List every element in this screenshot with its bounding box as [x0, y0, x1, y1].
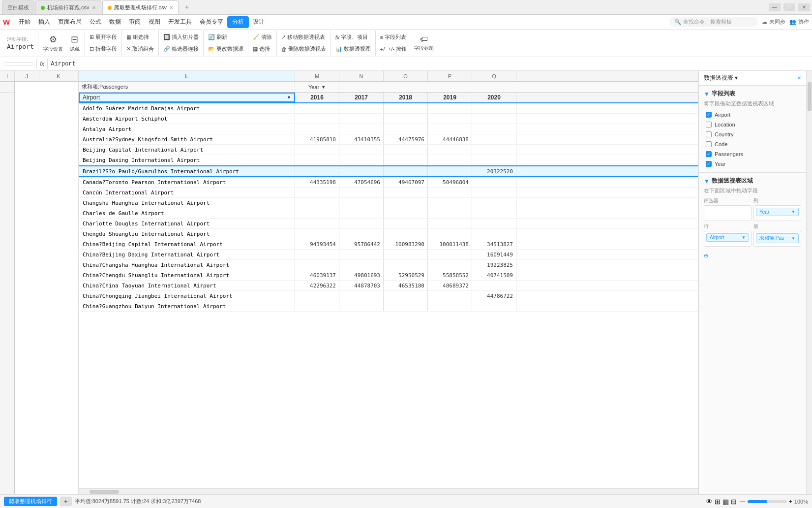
year-tag[interactable]: Year ▼ [756, 208, 799, 216]
data-cell [295, 291, 339, 301]
field-header-button[interactable]: 🏷 字段标题 [411, 32, 437, 55]
win-minimize-button[interactable]: — [769, 3, 781, 11]
menu-vip[interactable]: 会员专享 [196, 15, 227, 30]
pivot-table-row[interactable]: Australia?Sydney Kingsford-Smith Airport… [79, 134, 698, 145]
pivot-table-row[interactable]: China?Beijing Daxing International Airpo… [79, 250, 698, 260]
menu-insert[interactable]: 插入 [34, 15, 54, 30]
zoom-in-button[interactable]: + [789, 498, 792, 505]
tab-label: 空白模板 [7, 4, 29, 11]
filter-connect-button[interactable]: 🔗 筛选器连接 [161, 44, 201, 55]
insert-slicer-button[interactable]: 🔲 插入切片器 [161, 32, 201, 43]
sum-tag[interactable]: 求和项:Pas ▼ [756, 233, 799, 243]
add-sheet-button[interactable]: + [60, 497, 72, 506]
col-header-j: J [15, 71, 39, 81]
panel-collapse-btn[interactable]: ✕ [797, 75, 801, 81]
field-item-passengers[interactable]: ✓ Passengers [704, 150, 801, 159]
h-scrollbar[interactable] [79, 488, 698, 494]
data-cell [428, 291, 472, 301]
zoom-slider[interactable] [748, 500, 787, 503]
data-cell: 43410355 [339, 134, 384, 144]
view-eye-icon[interactable]: 👁 [706, 498, 713, 506]
airport-cell: China?Chongqing Jiangbei International A… [79, 291, 295, 301]
tab-close-icon[interactable]: ✕ [169, 5, 173, 10]
pivot-table-row[interactable]: Changsha Huanghua International Airport [79, 198, 698, 208]
pivot-table-row[interactable]: Amsterdam Airport Schiphol [79, 114, 698, 124]
pivot-table-row[interactable]: Canada?Toronto Pearson International Air… [79, 177, 698, 188]
active-sheet-tab[interactable]: 爬取整理机场排行 [4, 497, 57, 506]
select-button[interactable]: ▦ 选择 [250, 44, 274, 55]
formula-input[interactable]: Airport [51, 61, 808, 67]
menu-design[interactable]: 设计 [249, 15, 269, 30]
plus-minus-button[interactable]: +/- +/- 按钮 [378, 44, 409, 55]
expand-field-button[interactable]: ⊞ 展开字段 [87, 32, 120, 43]
data-cell [339, 260, 384, 270]
menu-data[interactable]: 数据 [105, 15, 125, 30]
pivot-table-row[interactable]: China?Chongqing Jiangbei International A… [79, 291, 698, 301]
view-table-icon[interactable]: ▦ [722, 498, 729, 506]
move-pivot-button[interactable]: ↗ 移动数据透视表 [279, 32, 329, 43]
pivot-table-row[interactable]: Beijing Daxing International Airport [79, 155, 698, 165]
airport-filter-icon[interactable]: ▼ [287, 95, 291, 100]
pivot-table-row[interactable]: China?China Taoyuan International Airpor… [79, 281, 698, 291]
pivot-table-row[interactable]: China?Beijing Capital International Airp… [79, 239, 698, 250]
field-items: ✓ Airport Location Country Code [704, 110, 801, 168]
pivot-table-row[interactable]: Beijing Capital International Airport [79, 145, 698, 155]
pivot-table-row[interactable]: China?Guangzhou Baiyun International Air… [79, 301, 698, 312]
zoom-out-button[interactable]: — [740, 498, 746, 505]
menu-formula[interactable]: 公式 [86, 15, 105, 30]
pivot-table-row[interactable]: China?Chengdu Shuangliu International Ai… [79, 270, 698, 281]
search-bar[interactable]: 🔍 查找命令、搜索模板 [669, 17, 758, 27]
change-source-button[interactable]: 📂 更改数据源 [206, 44, 246, 55]
cell-ref-box[interactable] [4, 63, 33, 65]
menu-dev-tools[interactable]: 开发工具 [164, 15, 196, 30]
delete-pivot-button[interactable]: 🗑 删除数据透视表 [279, 44, 329, 55]
fx-label: 字段、项目 [341, 33, 368, 41]
tab-airport-sorted[interactable]: 爬取整理机场排行.csv ✕ [102, 0, 179, 14]
field-list-label: 字段列表 [385, 33, 406, 41]
menu-page-layout[interactable]: 页面布局 [54, 15, 86, 30]
menu-analyze[interactable]: 分析 [227, 16, 249, 28]
field-item-code[interactable]: Code [704, 140, 801, 149]
pivot-table-row[interactable]: Charles de Gaulle Airport [79, 208, 698, 219]
pivot-table-row[interactable]: Charlotte Douglas International Airport [79, 219, 698, 229]
field-item-location[interactable]: Location [704, 120, 801, 129]
airport-row-tag[interactable]: Airport ▼ [706, 233, 749, 242]
field-item-year[interactable]: ✓ Year [704, 159, 801, 168]
view-grid-icon[interactable]: ⊞ [715, 498, 721, 506]
add-field-to-area[interactable]: ⊕ [699, 251, 806, 261]
view-minus-icon[interactable]: ⊟ [731, 498, 737, 506]
field-item-airport[interactable]: ✓ Airport [704, 110, 801, 119]
fx-button[interactable]: fx 字段、项目 [333, 32, 373, 43]
pivot-table-row[interactable]: China?Changsha Huanghua International Ai… [79, 260, 698, 270]
tab-close-icon[interactable]: ✕ [92, 5, 96, 10]
airport-col-header[interactable]: Airport ▼ [79, 93, 295, 102]
win-maximize-button[interactable]: ⬜ [783, 3, 795, 11]
menu-start[interactable]: 开始 [15, 15, 34, 30]
collapse-field-button[interactable]: ⊟ 折叠字段 [87, 44, 120, 55]
airport-cell: China?China Taoyuan International Airpor… [79, 281, 295, 290]
cancel-combo-button[interactable]: ✕ 取消组合 [124, 44, 156, 55]
year-filter-icon[interactable]: ▼ [321, 85, 326, 90]
v-scrollbar[interactable] [806, 71, 812, 494]
menu-view[interactable]: 视图 [145, 15, 164, 30]
clear-button[interactable]: 🧹 清除 [250, 32, 274, 43]
pivot-chart-button[interactable]: 📊 数据透视图 [333, 44, 373, 55]
menu-review[interactable]: 审阅 [125, 15, 145, 30]
win-close-button[interactable]: ✕ [798, 3, 810, 11]
pivot-table-row[interactable]: Adolfo Suárez Madrid–Barajas Airport [79, 103, 698, 114]
group-select-button[interactable]: ▦ 组选择 [124, 32, 156, 43]
h-scroll-thumb[interactable] [90, 490, 119, 494]
pivot-table-row[interactable]: Antalya Airport [79, 124, 698, 134]
pivot-table-row[interactable]: Brazil?S?o Paulo/Guarulhos International… [79, 165, 698, 177]
add-tab-button[interactable]: + [180, 0, 194, 14]
field-list-button[interactable]: ≡ 字段列表 [378, 32, 409, 43]
refresh-button[interactable]: 🔄 刷新 [206, 32, 246, 43]
field-settings-button[interactable]: ⚙ 字段设置 [40, 32, 66, 55]
pivot-table-row[interactable]: Cancún International Airport [79, 188, 698, 198]
pivot-table-row[interactable]: Chengdu Shuangliu International Airport [79, 229, 698, 239]
field-item-country[interactable]: Country [704, 130, 801, 139]
v-scroll-thumb[interactable] [808, 82, 812, 111]
hide-button[interactable]: ⊟ 隐藏 [67, 32, 83, 55]
tab-airport-race[interactable]: 机场排行赛跑.csv ✕ [35, 0, 101, 14]
tab-blank-template[interactable]: 空白模板 [2, 0, 34, 14]
